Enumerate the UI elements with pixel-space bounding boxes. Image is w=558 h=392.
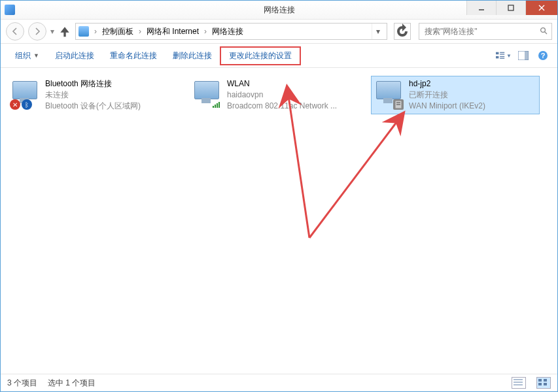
rename-connection-button[interactable]: 重命名此连接 <box>102 46 165 65</box>
search-icon <box>540 27 548 37</box>
svg-rect-9 <box>496 56 498 59</box>
item-name: hd-jp2 <box>409 78 485 89</box>
svg-rect-6 <box>496 52 498 55</box>
item-status: 已断开连接 <box>409 90 485 100</box>
search-box[interactable] <box>419 23 552 40</box>
history-dropdown-icon[interactable]: ▾ <box>50 27 54 36</box>
svg-rect-16 <box>213 106 214 108</box>
svg-rect-1 <box>508 5 514 10</box>
help-button[interactable]: ? <box>535 48 551 63</box>
connection-item-bluetooth[interactable]: ✕ ᛒ Bluetooth 网络连接 未连接 Bluetooth 设备(个人区域… <box>7 76 176 114</box>
item-name: WLAN <box>227 78 337 89</box>
svg-rect-10 <box>500 56 504 57</box>
breadcrumb-control-panel[interactable]: 控制面板 <box>101 26 135 37</box>
item-name: Bluetooth 网络连接 <box>45 78 141 89</box>
chevron-right-icon: › <box>201 27 209 36</box>
title-bar: 网络连接 <box>1 1 557 20</box>
bluetooth-icon: ᛒ <box>22 99 32 110</box>
item-count: 3 个项目 <box>7 378 37 389</box>
svg-rect-17 <box>215 105 216 108</box>
view-options-button[interactable]: ▼ <box>496 48 512 63</box>
network-adapter-icon <box>192 78 223 110</box>
svg-rect-30 <box>538 383 542 385</box>
command-bar: 组织▼ 启动此连接 重命名此连接 删除此连接 更改此连接的设置 ▼ ? <box>1 44 557 68</box>
connection-item-wlan[interactable]: WLAN haidaovpn Broadcom 802.11ac Network… <box>189 76 358 114</box>
start-connection-button[interactable]: 启动此连接 <box>47 46 102 65</box>
svg-rect-8 <box>500 54 504 54</box>
item-device: WAN Miniport (IKEv2) <box>409 101 485 111</box>
network-adapter-icon: ✕ ᛒ <box>10 78 41 110</box>
svg-rect-18 <box>217 103 218 108</box>
organize-button[interactable]: 组织▼ <box>7 46 47 65</box>
chevron-right-icon: › <box>136 27 144 36</box>
window-title: 网络连接 <box>264 5 295 16</box>
search-input[interactable] <box>423 26 548 37</box>
selected-count: 选中 1 个项目 <box>48 378 96 389</box>
tiles-view-icon[interactable] <box>536 377 551 389</box>
svg-point-4 <box>541 27 546 32</box>
maximize-button[interactable] <box>496 1 525 15</box>
address-bar[interactable]: › 控制面板 › 网络和 Internet › 网络连接 ▾ <box>75 23 387 40</box>
svg-line-5 <box>545 31 547 33</box>
minimize-button[interactable] <box>466 1 496 15</box>
svg-rect-11 <box>500 58 504 59</box>
item-status: haidaovpn <box>227 90 337 100</box>
app-icon <box>5 5 15 15</box>
svg-rect-29 <box>544 379 547 382</box>
svg-line-24 <box>309 114 403 238</box>
content-area: ✕ ᛒ Bluetooth 网络连接 未连接 Bluetooth 设备(个人区域… <box>1 68 557 374</box>
disconnected-x-icon: ✕ <box>10 99 20 110</box>
svg-rect-21 <box>396 102 400 103</box>
navigation-bar: ▾ › 控制面板 › 网络和 Internet › 网络连接 ▾ <box>1 20 557 44</box>
chevron-right-icon: › <box>92 27 99 36</box>
svg-rect-13 <box>525 51 529 60</box>
delete-connection-button[interactable]: 删除此连接 <box>165 46 220 65</box>
item-device: Bluetooth 设备(个人区域网) <box>45 101 141 111</box>
svg-rect-31 <box>544 383 547 385</box>
forward-button[interactable] <box>28 22 46 41</box>
svg-rect-7 <box>500 52 504 53</box>
up-button[interactable] <box>58 25 71 38</box>
address-dropdown-icon[interactable]: ▾ <box>372 24 384 39</box>
connection-item-hdjp2[interactable]: hd-jp2 已断开连接 WAN Miniport (IKEv2) <box>371 76 540 114</box>
breadcrumb-network-internet[interactable]: 网络和 Internet <box>145 26 200 37</box>
svg-rect-22 <box>396 104 400 105</box>
svg-rect-28 <box>538 379 542 382</box>
details-view-icon[interactable] <box>512 377 526 389</box>
svg-rect-19 <box>218 102 220 108</box>
svg-text:?: ? <box>541 52 546 59</box>
location-icon <box>78 26 89 37</box>
preview-pane-button[interactable] <box>515 48 531 63</box>
refresh-button[interactable] <box>394 23 411 40</box>
chevron-down-icon: ▼ <box>33 52 39 59</box>
vpn-server-icon <box>393 99 404 110</box>
change-connection-settings-button[interactable]: 更改此连接的设置 <box>220 46 301 65</box>
network-adapter-icon <box>374 78 405 110</box>
breadcrumb-network-connections[interactable]: 网络连接 <box>211 26 245 37</box>
item-status: 未连接 <box>45 90 141 100</box>
wifi-signal-icon <box>211 99 222 110</box>
status-bar: 3 个项目 选中 1 个项目 <box>1 374 557 391</box>
close-button[interactable] <box>525 1 557 15</box>
item-device: Broadcom 802.11ac Network ... <box>227 101 337 111</box>
back-button[interactable] <box>6 22 24 41</box>
